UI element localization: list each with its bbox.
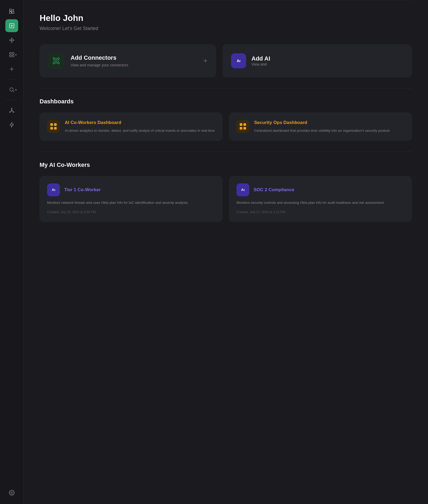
dot-6 — [243, 123, 246, 126]
sidebar-divider-2 — [6, 100, 17, 100]
welcome-section: Hello John Welcome! Let's Get Started — [40, 13, 412, 31]
sidebar-divider-1 — [6, 79, 17, 80]
coworker-tier1-title: Tier 1 Co-Worker — [64, 187, 101, 193]
svg-point-17 — [11, 492, 13, 494]
svg-rect-0 — [9, 9, 11, 11]
dashboard-ai-icon — [47, 120, 60, 133]
svg-rect-10 — [9, 55, 11, 57]
coworker-tier1-header: Aı Tier 1 Co-Worker — [47, 183, 215, 196]
svg-point-18 — [53, 58, 55, 59]
top-divider — [40, 0, 412, 0]
coworker-tier1-desc: Monitors network threats and uses Okta p… — [47, 200, 215, 205]
coworker-soc2-header: Aı SOC 2 Compliance — [236, 183, 404, 196]
svg-rect-9 — [12, 52, 14, 54]
dashboard-secops-title: Security Ops Dashboard — [254, 120, 390, 125]
welcome-subtitle: Welcome! Let's Get Started — [40, 26, 412, 31]
dot-2 — [54, 123, 57, 126]
coworker-tier1-avatar: Aı — [47, 183, 60, 196]
coworker-soc2-avatar: Aı — [236, 183, 249, 196]
add-ai-card[interactable]: Aı Add AI View and — [223, 44, 412, 77]
coworker-tier1-date: Created: July 10, 2024 at 5:30 PM — [47, 210, 215, 215]
ai-card-desc: View and — [251, 62, 270, 66]
sidebar-icon-nodes[interactable] — [5, 34, 18, 47]
dashboard-secops-icon — [236, 120, 249, 133]
sidebar-icon-add[interactable] — [5, 19, 18, 32]
section-divider-1 — [40, 88, 412, 88]
dot-1 — [50, 123, 53, 126]
ai-icon-text: Aı — [237, 59, 240, 63]
main-content: Hello John Welcome! Let's Get Started Ad… — [24, 0, 428, 504]
dot-5 — [240, 123, 242, 126]
dashboard-card-ai[interactable]: AI Co-Workers Dashboard AI-driven analyt… — [40, 112, 223, 141]
svg-rect-2 — [12, 12, 14, 13]
connectors-icon — [52, 57, 60, 65]
dot-8 — [243, 127, 246, 130]
connector-card-desc: View and manage your connectors — [71, 63, 128, 67]
sidebar-icon-grid[interactable]: ▾ — [5, 48, 18, 61]
dashboard-card-secops[interactable]: Security Ops Dashboard Centralized dashb… — [229, 112, 412, 141]
svg-point-22 — [55, 60, 57, 62]
svg-rect-8 — [9, 52, 11, 54]
dashboard-ai-desc: AI-driven analytics to monitor, detect, … — [65, 128, 215, 133]
sidebar-icon-settings[interactable] — [5, 486, 18, 499]
connector-plus-icon: + — [203, 57, 208, 65]
ai-card-icon: Aı — [231, 53, 246, 68]
coworker-soc2-desc: Monitors security controls and accessing… — [236, 200, 404, 205]
dot-4 — [54, 127, 57, 130]
dot-7 — [240, 127, 242, 130]
dashboard-secops-text: Security Ops Dashboard Centralized dashb… — [254, 120, 390, 133]
dashboard-ai-title: AI Co-Workers Dashboard — [65, 120, 215, 125]
dashboard-secops-desc: Centralized dashboard that provides time… — [254, 128, 390, 133]
connector-card-title: Add Connectors — [71, 54, 128, 61]
section-divider-2 — [40, 152, 412, 152]
ai-card-title: Add AI — [251, 55, 270, 62]
add-connectors-card[interactable]: Add Connectors View and manage your conn… — [40, 44, 216, 77]
coworker-soc2-date: Created: July 17, 2024 at 1:12 PM — [236, 210, 404, 215]
connector-card-text: Add Connectors View and manage your conn… — [71, 54, 128, 67]
sidebar-icon-navigate[interactable] — [5, 5, 18, 18]
ai-coworkers-section-title: My AI Co-Workers — [40, 161, 412, 168]
dashboards-section-title: Dashboards — [40, 98, 412, 105]
sidebar-icon-search[interactable]: ▾ — [5, 83, 18, 96]
svg-rect-1 — [9, 12, 11, 13]
ai-card-text: Add AI View and — [251, 55, 270, 66]
sidebar: ▾ ▾ — [0, 0, 24, 504]
coworker-card-tier1[interactable]: Aı Tier 1 Co-Worker Monitors network thr… — [40, 176, 223, 222]
ai-coworkers-section: My AI Co-Workers Aı Tier 1 Co-Worker Mon… — [40, 161, 412, 222]
svg-point-21 — [58, 62, 59, 64]
coworker-soc2-avatar-text: Aı — [241, 188, 245, 192]
quick-action-cards: Add Connectors View and manage your conn… — [40, 44, 412, 77]
connectors-icon-wrap — [48, 53, 64, 69]
svg-point-19 — [58, 58, 59, 59]
welcome-title: Hello John — [40, 13, 412, 23]
dashboard-cards-container: AI Co-Workers Dashboard AI-driven analyt… — [40, 112, 412, 141]
coworker-cards-container: Aı Tier 1 Co-Worker Monitors network thr… — [40, 176, 412, 222]
sidebar-icon-network[interactable] — [5, 104, 18, 117]
dot-grid-secops — [240, 123, 246, 130]
dot-grid-ai — [50, 123, 57, 130]
sidebar-icon-lightning[interactable] — [5, 118, 18, 131]
coworker-card-soc2[interactable]: Aı SOC 2 Compliance Monitors security co… — [229, 176, 412, 222]
dashboard-ai-text: AI Co-Workers Dashboard AI-driven analyt… — [65, 120, 215, 133]
sidebar-icon-create[interactable] — [5, 63, 18, 76]
coworker-tier1-avatar-text: Aı — [52, 188, 55, 192]
dashboards-section: Dashboards AI Co-Workers Dashboard AI-dr… — [40, 98, 412, 141]
dot-3 — [50, 127, 53, 130]
svg-point-20 — [53, 62, 55, 64]
svg-rect-11 — [12, 55, 14, 57]
coworker-soc2-title: SOC 2 Compliance — [254, 187, 294, 193]
